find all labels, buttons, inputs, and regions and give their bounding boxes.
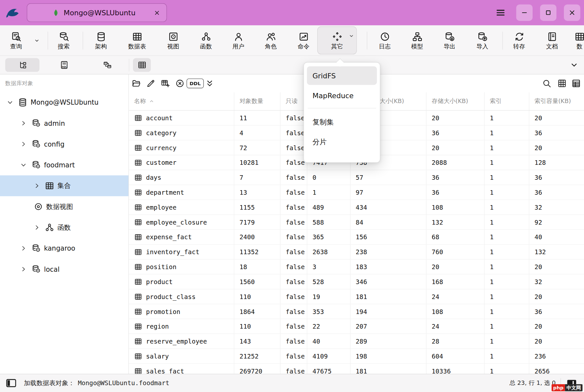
table-cell: 1 bbox=[484, 185, 529, 200]
table-cell: 20 bbox=[426, 140, 484, 155]
tree-item-connection[interactable]: Mongo@WSLUbuntu bbox=[0, 92, 128, 113]
table-row[interactable]: inventory_fact11352false26382387601132 bbox=[129, 245, 584, 260]
search-objects-button[interactable] bbox=[540, 77, 553, 90]
table-row[interactable]: product_class110false1918124120 bbox=[129, 289, 584, 304]
tree-item-functions[interactable]: 函数 bbox=[0, 217, 128, 238]
table-header-cell-7[interactable]: 索引容量(KB) bbox=[529, 92, 584, 110]
chevron-down-icon[interactable] bbox=[20, 162, 27, 168]
table-header-cell-5[interactable]: 存储大小(KB) bbox=[426, 92, 484, 110]
tree-item-collections[interactable]: 集合 bbox=[0, 175, 128, 196]
toolbar-doc-button[interactable]: 文档 bbox=[536, 26, 567, 54]
chevron-right-icon[interactable] bbox=[33, 182, 40, 189]
sql-pane-button[interactable]: SQL bbox=[47, 58, 81, 72]
table-row[interactable]: days7false05736136 bbox=[129, 170, 584, 185]
menu-item-分片[interactable]: 分片 bbox=[307, 133, 377, 151]
table-row[interactable]: sales_fact269720false476751811033612656 bbox=[129, 364, 584, 374]
connection-tab[interactable]: Mongo@WSLUbuntu bbox=[27, 3, 167, 22]
minimize-button[interactable] bbox=[516, 5, 533, 21]
table-header-cell-0[interactable]: 名称 bbox=[129, 92, 234, 110]
edit-object-button[interactable] bbox=[144, 77, 157, 90]
table-cell: false bbox=[280, 140, 307, 155]
tree-pane-button[interactable] bbox=[5, 58, 39, 72]
tab-title: Mongo@WSLUbuntu bbox=[64, 8, 136, 17]
toolbar-model-button[interactable]: 模型 bbox=[402, 26, 433, 54]
chevron-right-icon[interactable] bbox=[20, 266, 27, 273]
table-cell: false bbox=[280, 349, 307, 363]
table-row[interactable]: department13false19736136 bbox=[129, 185, 584, 200]
table-header-cell-1[interactable]: 对象数量 bbox=[234, 92, 280, 110]
toolbar-user-button[interactable]: 用户 bbox=[223, 26, 254, 54]
table-row[interactable]: promotion1864false353194108136 bbox=[129, 304, 584, 319]
cell-value: false bbox=[286, 233, 305, 241]
toolbar-view-button[interactable]: 视图 bbox=[158, 26, 189, 54]
table-row[interactable]: product1560false528346168132 bbox=[129, 274, 584, 289]
menu-item-复制集[interactable]: 复制集 bbox=[307, 113, 377, 131]
more-actions-button[interactable] bbox=[203, 77, 216, 90]
toolbar-schema-button[interactable]: 架构 bbox=[85, 26, 116, 54]
table-cell: region bbox=[129, 319, 234, 334]
toolbar-export-button[interactable]: 导出 bbox=[434, 26, 465, 54]
toggle-sidebar-icon[interactable] bbox=[5, 377, 17, 389]
collapse-toolbar-button[interactable] bbox=[568, 58, 580, 72]
delete-object-button[interactable] bbox=[174, 77, 186, 90]
cell-value: false bbox=[286, 129, 305, 137]
toolbar-search-button[interactable]: 搜索 bbox=[48, 26, 79, 54]
new-object-button[interactable] bbox=[159, 77, 172, 90]
table-cell: 1 bbox=[484, 125, 529, 140]
tree-item-foodmart[interactable]: foodmart bbox=[0, 154, 128, 175]
tree-item-local[interactable]: local bbox=[0, 259, 128, 280]
table-cell: 32 bbox=[529, 200, 584, 215]
tree-item-kangaroo[interactable]: kangaroo bbox=[0, 238, 128, 259]
toolbar-sync-button[interactable]: 数 bbox=[564, 26, 584, 54]
object-filter-input[interactable] bbox=[5, 80, 124, 87]
chevron-right-icon[interactable] bbox=[20, 120, 27, 127]
chevron-right-icon[interactable] bbox=[20, 245, 27, 252]
table-row[interactable]: employee1155false489434108132 bbox=[129, 200, 584, 215]
toolbar-command-button[interactable]: 命令 bbox=[288, 26, 319, 54]
toolbar-separator bbox=[502, 32, 503, 49]
cell-value: false bbox=[286, 189, 305, 196]
toolbar-import-button[interactable]: 导入 bbox=[467, 26, 498, 54]
table-cell: 20 bbox=[529, 140, 584, 155]
table-header-cell-6[interactable]: 索引 bbox=[484, 92, 529, 110]
table-row[interactable]: region110false2220724120 bbox=[129, 319, 584, 334]
tab-close-icon[interactable] bbox=[153, 9, 161, 16]
schema-pane-button[interactable] bbox=[90, 58, 124, 72]
grid-icon bbox=[137, 60, 147, 70]
table-header-cell-2[interactable]: 只读 bbox=[280, 92, 307, 110]
table-row[interactable]: employee_closure7179false58884132192 bbox=[129, 215, 584, 230]
cell-value: 40 bbox=[535, 233, 542, 241]
table-row[interactable]: salary21252false41091986041236 bbox=[129, 349, 584, 364]
chevron-right-icon[interactable] bbox=[33, 224, 40, 231]
grid-view-button[interactable] bbox=[556, 77, 568, 90]
menu-item-MapReduce[interactable]: MapReduce bbox=[307, 86, 377, 105]
table-row[interactable]: position18false318320120 bbox=[129, 259, 584, 274]
chevron-right-icon[interactable] bbox=[20, 141, 27, 148]
detail-view-button[interactable] bbox=[570, 77, 582, 90]
close-button[interactable] bbox=[564, 5, 580, 21]
chevron-down-icon[interactable] bbox=[7, 99, 14, 106]
tree-item-admin[interactable]: admin bbox=[0, 113, 128, 134]
open-object-button[interactable] bbox=[130, 77, 143, 90]
menu-button[interactable] bbox=[492, 5, 509, 21]
target-icon bbox=[33, 202, 43, 212]
table-row[interactable]: reserve_employee143false4028928120 bbox=[129, 334, 584, 349]
toolbar-log-button[interactable]: 日志 bbox=[369, 26, 400, 54]
ddl-button[interactable]: DDL bbox=[187, 79, 204, 88]
toolbar-function-button[interactable]: 函数 bbox=[190, 26, 221, 54]
table-objects-tab[interactable] bbox=[133, 58, 151, 72]
toolbar-role-button[interactable]: 角色 bbox=[255, 26, 286, 54]
toolbar-query-more-button[interactable] bbox=[32, 26, 42, 54]
tree-item-config[interactable]: config bbox=[0, 134, 128, 154]
tree-item-views[interactable]: 数据视图 bbox=[0, 196, 128, 217]
toolbar-dump-button[interactable]: 转存 bbox=[504, 26, 535, 54]
toolbar-other-button[interactable]: 其它 bbox=[317, 26, 357, 54]
cell-value: account bbox=[146, 114, 173, 122]
table-cell: 1 bbox=[484, 200, 529, 215]
toolbar-table-button[interactable]: 数据表 bbox=[121, 26, 153, 54]
table-cell: 20 bbox=[529, 111, 584, 125]
maximize-button[interactable] bbox=[540, 5, 556, 21]
menu-item-GridFS[interactable]: GridFS bbox=[307, 66, 377, 85]
toolbar-query-button[interactable]: 查询 bbox=[0, 26, 32, 54]
table-row[interactable]: expense_fact2400false36515668140 bbox=[129, 230, 584, 245]
